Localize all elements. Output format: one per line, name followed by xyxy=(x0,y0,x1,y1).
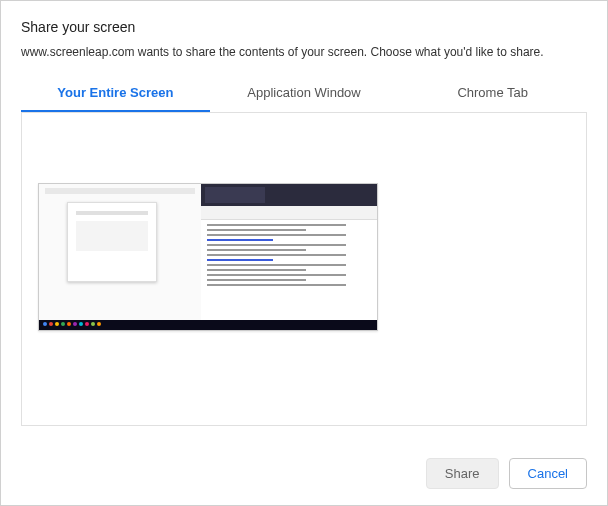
screen-thumbnail[interactable] xyxy=(38,183,378,331)
dialog-header: Share your screen www.screenleap.com wan… xyxy=(1,1,607,71)
cancel-button[interactable]: Cancel xyxy=(509,458,587,489)
share-button[interactable]: Share xyxy=(426,458,499,489)
tab-chrome-tab[interactable]: Chrome Tab xyxy=(398,75,587,112)
screen-selection-area xyxy=(21,112,587,426)
tab-entire-screen[interactable]: Your Entire Screen xyxy=(21,75,210,112)
dialog-subtitle: www.screenleap.com wants to share the co… xyxy=(21,45,587,59)
tab-application-window[interactable]: Application Window xyxy=(210,75,399,112)
share-screen-dialog: Share your screen www.screenleap.com wan… xyxy=(0,0,608,506)
dialog-footer: Share Cancel xyxy=(1,446,607,505)
screen-preview xyxy=(39,184,377,330)
dialog-title: Share your screen xyxy=(21,19,587,35)
tab-bar: Your Entire Screen Application Window Ch… xyxy=(1,75,607,112)
